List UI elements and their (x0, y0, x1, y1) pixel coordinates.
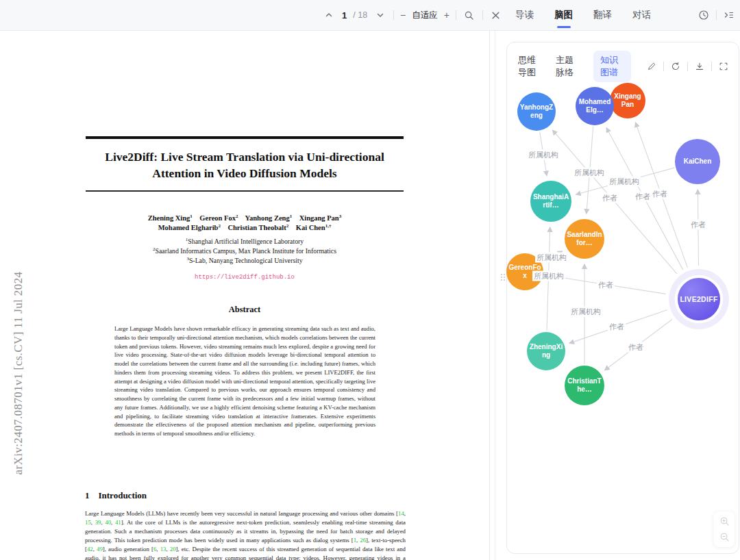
separator (663, 62, 664, 71)
introduction-paragraph: Large Language Models (LLMs) have recent… (85, 509, 406, 560)
zoom-out-button[interactable]: − (400, 10, 406, 21)
fit-mode-button[interactable]: 自适应 (412, 10, 438, 21)
page-current[interactable]: 1 (342, 10, 347, 21)
download-icon (695, 62, 704, 71)
title-rule-top (86, 136, 404, 139)
graph-zoom-out-button[interactable] (718, 531, 730, 544)
authors-line-1: Zhening Xing1 Gereon Fox2 Yanhong Zeng1 … (0, 214, 489, 222)
panel-tabs: 导读 脑图 翻译 对话 (515, 0, 651, 30)
chevron-up-icon (325, 11, 333, 19)
refresh-button[interactable] (669, 60, 682, 73)
abstract-paragraph: Large Language Models have shown remarka… (114, 324, 375, 438)
affiliation-3: 3S-Lab, Nanyang Technological University (0, 257, 489, 264)
close-pdf-button[interactable] (489, 8, 503, 22)
download-button[interactable] (693, 60, 706, 73)
search-button[interactable] (463, 8, 476, 22)
edit-button[interactable] (645, 60, 658, 73)
fullscreen-button[interactable] (717, 60, 730, 73)
search-icon (464, 10, 474, 21)
tab-mindmap[interactable]: 思维导图 (518, 54, 542, 79)
graph-node-KaiChen[interactable]: KaiChen (675, 139, 720, 184)
separator (456, 10, 456, 20)
zoom-in-icon (719, 516, 730, 526)
graph-node-GereonFox[interactable]: GereonFox (506, 253, 543, 290)
abstract-heading: Abstract (0, 305, 489, 315)
collapse-panel-icon (724, 10, 735, 21)
introduction-heading: 1 Introduction (85, 490, 147, 501)
page-total: / 18 (353, 10, 367, 20)
tab-naotu[interactable]: 脑图 (554, 0, 573, 30)
chevron-down-icon (376, 11, 384, 19)
separator (716, 10, 717, 20)
separator (687, 62, 688, 71)
graph-node-SaarlandInfor[interactable]: SaarlandInfor… (565, 219, 604, 259)
split-drag-handle[interactable] (501, 274, 506, 285)
graph-node-MohamedElg[interactable]: MohamedElg… (576, 87, 614, 125)
affiliation-1: 1Shanghai Artificial Intelligence Labora… (0, 238, 489, 245)
pane-divider (495, 31, 495, 560)
history-button[interactable] (697, 8, 711, 22)
fullscreen-icon (719, 62, 728, 71)
page-up-button[interactable] (322, 8, 336, 22)
topbar-right-icons (697, 0, 736, 30)
zoom-out-icon (719, 532, 730, 542)
collapse-panel-button[interactable] (722, 8, 736, 22)
affiliation-2: 2Saarland Informatics Campus, Max Planck… (0, 247, 489, 255)
graph-node-XingangPan[interactable]: XingangPan (610, 83, 645, 118)
graph-node-ChristianThe[interactable]: ChristianThe… (565, 366, 604, 405)
graph-node-ZheningXing[interactable]: ZheningXing (527, 332, 565, 370)
graph-node-YanhongZeng[interactable]: YanhongZeng (517, 92, 556, 131)
graph-node-LIVE2DIFF[interactable]: LIVE2DIFF (675, 275, 723, 323)
topbar: 1 / 18 − 自适应 + 导读 脑图 翻译 对话 (0, 0, 740, 31)
clock-icon (698, 10, 709, 21)
graph-toolbar-icons (645, 60, 730, 73)
graph-node-ShanghaiArtif[interactable]: ShanghaiArtif… (530, 181, 571, 222)
refresh-icon (671, 62, 680, 71)
graph-zoom-widget (714, 511, 735, 547)
separator (393, 10, 394, 20)
pdf-toolbar: 1 / 18 − 自适应 + (322, 0, 503, 30)
tab-duihua[interactable]: 对话 (632, 0, 651, 30)
close-icon (491, 11, 500, 20)
graph-toolbar: 思维导图 主题脉络 知识图谱 (507, 42, 739, 89)
authors-line-2: Mohamed Elgharib2 Christian Theobalt2 Ka… (0, 224, 489, 231)
paper-title: Live2Diff: Live Stream Translation via U… (82, 149, 408, 181)
tab-topic-outline[interactable]: 主题脉络 (556, 54, 580, 79)
scroll-track-line (489, 31, 490, 560)
tab-daodu[interactable]: 导读 (515, 0, 534, 30)
graph-zoom-in-button[interactable] (718, 515, 730, 527)
separator (482, 10, 483, 20)
title-rule-bottom (86, 190, 404, 192)
project-link[interactable]: https://live2diff.github.io (0, 274, 489, 281)
pencil-icon (647, 62, 656, 71)
pdf-viewer[interactable]: arXiv:2407.08701v1 [cs.CV] 11 Jul 2024 L… (0, 31, 495, 560)
tab-knowledge-graph[interactable]: 知识图谱 (593, 51, 631, 82)
app-window: 1 / 18 − 自适应 + 导读 脑图 翻译 对话 (0, 0, 740, 560)
arxiv-sidebar-text: arXiv:2407.08701v1 [cs.CV] 11 Jul 2024 (12, 272, 25, 475)
page-down-button[interactable] (373, 8, 387, 22)
zoom-in-button[interactable]: + (444, 10, 449, 21)
tab-fanyi[interactable]: 翻译 (593, 0, 612, 30)
separator (711, 62, 712, 71)
